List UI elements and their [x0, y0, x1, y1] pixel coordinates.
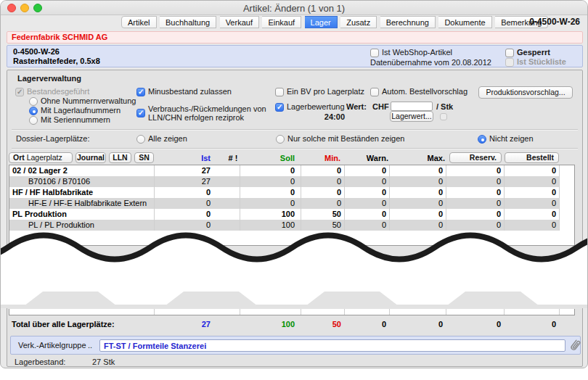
per-stk-label: / Stk	[436, 102, 453, 111]
article-header: 0-4500-W-26 Rasterhaltefeder, 0.5x8 Ist …	[7, 45, 583, 67]
total-soll: 100	[240, 319, 301, 330]
total-reserv: 0	[446, 319, 504, 330]
tab-einkauf[interactable]: Einkauf	[262, 16, 301, 28]
col-hash: # !	[222, 154, 244, 162]
table-bottom-strip	[9, 309, 575, 315]
lagerbewertung-checkbox[interactable]	[275, 103, 284, 112]
stueckliste-checkbox	[505, 58, 514, 67]
tab-dokumente[interactable]: Dokumente	[438, 16, 491, 28]
artikelgruppe-box: Verk.-Artikelgruppe ..	[10, 336, 581, 355]
radio-mit-lagerlaufnummern[interactable]	[29, 107, 38, 115]
table-row[interactable]: HF-E / HF-E Halbfabrikate Extern0000000	[9, 198, 574, 209]
artikelgruppe-input[interactable]	[99, 339, 565, 352]
verbrauch-label-line2: LLN/CHN erfolgen reziprok	[148, 113, 244, 122]
sn-button[interactable]: SN	[134, 152, 154, 163]
tab-lager[interactable]: Lager	[305, 16, 338, 28]
time-value: 24:00	[312, 112, 345, 121]
data-takeover-note: Datenübernahme vom 20.08.2012	[370, 58, 491, 67]
tab-artikel[interactable]: Artikel	[121, 16, 157, 28]
bestandesgefuehrt-label: Bestandesgeführt	[27, 87, 89, 96]
gesperrt-checkbox[interactable]	[505, 49, 514, 57]
artikelgruppe-dots[interactable]: ..	[88, 341, 92, 350]
window-title: Artikel: Ändern (1 von 1)	[1, 3, 587, 14]
stueckliste-label: Ist Stückliste	[517, 57, 566, 66]
webshop-checkbox[interactable]	[370, 49, 379, 57]
produktionsvorschlag-button[interactable]: Produktionsvorschlag...	[478, 86, 573, 99]
radio-alle-zeigen[interactable]	[136, 135, 145, 144]
table-row[interactable]: 02 / 02 Lager 227000000	[9, 165, 574, 176]
totals-label: Total über alle Lagerplätze:	[9, 319, 154, 330]
radio-nicht-zeigen[interactable]	[478, 135, 486, 144]
verbrauch-label-line1: Verbrauchs-/Rückmeldungen von	[148, 104, 266, 113]
artikelgruppe-label: Verk.-Artikelgruppe	[18, 341, 86, 350]
minusbestand-label: Minusbestand zulassen	[148, 87, 232, 96]
wert-input[interactable]	[391, 102, 433, 111]
col-max: Max.	[409, 154, 445, 162]
radio-ohne-label: Ohne Nummernverwaltung	[41, 96, 136, 105]
company-banner: Federnfabrik SCHMID AG	[7, 31, 583, 44]
reserv-button[interactable]: Reserv.	[449, 152, 502, 163]
webshop-label: Ist WebShop-Artikel	[382, 48, 452, 57]
col-min: Min.	[304, 154, 340, 162]
radio-nur-mit-bestaenden[interactable]	[276, 135, 285, 144]
tab-berechnung[interactable]: Berechnung	[380, 16, 436, 28]
total-min: 50	[301, 319, 344, 330]
bestandesgefuehrt-checkbox	[15, 88, 24, 96]
ort-label: Ort	[13, 153, 25, 162]
torn-screenshot-divider	[1, 218, 588, 308]
gesperrt-label: Gesperrt	[517, 48, 550, 57]
bestellt-button[interactable]: Bestellt	[505, 152, 559, 163]
autom-bestell-checkbox[interactable]	[370, 88, 379, 96]
col-warn: Warn.	[352, 154, 388, 162]
ein-bv-checkbox[interactable]	[275, 88, 284, 96]
lagerbewertung-label: Lagerbewertung	[287, 102, 345, 111]
section-title: Lagerverwaltung	[17, 74, 81, 83]
total-max: 0	[389, 319, 446, 330]
journal-button[interactable]: Journal	[75, 152, 106, 163]
lagerbestand-label: Lagerbestand:	[15, 358, 65, 366]
nur-mit-bestaenden-label: Nur solche mit Beständen zeigen	[287, 134, 404, 143]
table-row[interactable]: HF / HF Halbfabrikate0000000	[9, 187, 574, 198]
radio-sn-label: Mit Seriennummern	[41, 115, 110, 124]
lln-button[interactable]: LLN	[109, 152, 131, 163]
titlebar: Artikel: Ändern (1 von 1)	[1, 1, 587, 15]
separator	[12, 129, 578, 130]
autom-bestell-label: Autom. Bestellvorschlag	[382, 87, 467, 96]
minusbestand-checkbox[interactable]	[136, 88, 145, 96]
wert-label: Wert:	[346, 102, 367, 111]
lagerwert-checkbox	[440, 113, 447, 120]
radio-lln-label: Mit Lagerlaufnummern	[41, 106, 121, 115]
total-warn: 0	[344, 319, 389, 330]
lagerplatz-label: Lagerplatz	[27, 153, 62, 162]
lagerbestand-value: 27 Stk	[92, 358, 115, 366]
nicht-zeigen-label: Nicht zeigen	[489, 134, 534, 143]
article-code-topright: 0-4500-W-26	[529, 17, 580, 27]
col-soll: Soll	[258, 154, 295, 162]
total-bestellt: 0	[504, 319, 559, 330]
article-number: 0-4500-W-26	[13, 47, 60, 56]
verbrauch-checkbox[interactable]	[136, 109, 145, 117]
app-window: Artikel: Ändern (1 von 1) Artikel Buchha…	[0, 0, 588, 368]
tab-bar: Artikel Buchhaltung Verkauf Einkauf Lage…	[121, 16, 548, 29]
separator	[12, 148, 578, 149]
radio-mit-seriennummern[interactable]	[29, 116, 38, 125]
tab-verkauf[interactable]: Verkauf	[220, 16, 259, 28]
paperclip-icon[interactable]	[568, 338, 581, 353]
ort-lagerplatz-button[interactable]: Ort Lagerplatz	[9, 152, 73, 163]
table-row[interactable]: B70106 / B7010627000000	[9, 176, 574, 187]
lagerwert-button[interactable]: Lagerwert...	[390, 111, 433, 122]
currency-label: CHF	[372, 102, 389, 111]
col-ist: Ist	[181, 154, 211, 162]
tab-zusatz[interactable]: Zusatz	[340, 16, 377, 28]
alle-zeigen-label: Alle zeigen	[148, 134, 187, 143]
radio-ohne-nummernverwaltung[interactable]	[29, 97, 38, 106]
tab-buchhaltung[interactable]: Buchhaltung	[160, 16, 216, 28]
ein-bv-label: Ein BV pro Lagerplatz	[287, 87, 364, 96]
totals-row: Total über alle Lagerplätze: 27 100 50 0…	[9, 319, 575, 330]
dossier-label: Dossier-Lagerplätze:	[16, 134, 90, 143]
total-ist: 27	[154, 319, 240, 330]
article-name: Rasterhaltefeder, 0.5x8	[13, 57, 100, 65]
